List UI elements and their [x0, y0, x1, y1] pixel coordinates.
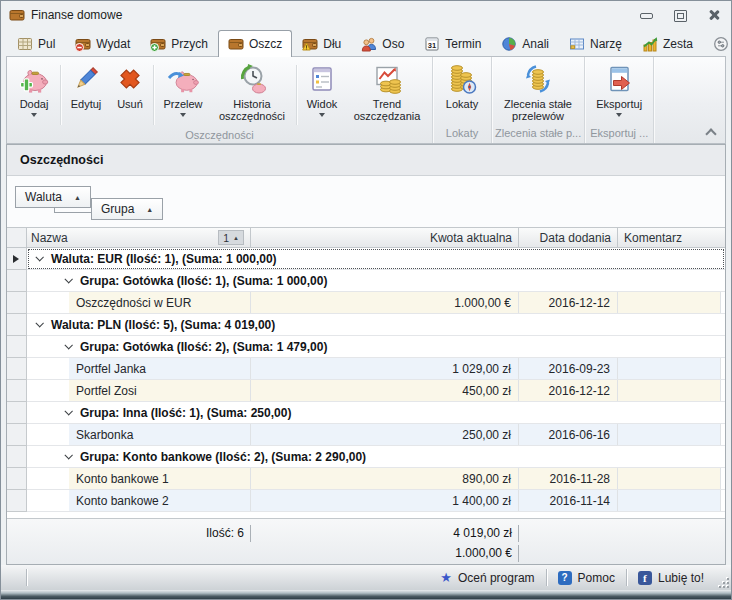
view-list-icon — [306, 63, 338, 95]
row-selector-cell[interactable] — [7, 446, 27, 468]
cell-date: 2016-11-14 — [519, 490, 618, 511]
status-bar: ★ Oceń program ? Pomoc f Lubię to! — [1, 565, 731, 590]
app-wallet-icon — [9, 7, 25, 23]
collapse-chevron-icon[interactable] — [35, 253, 43, 261]
collapse-chevron-icon[interactable] — [64, 451, 72, 459]
cell-date: 2016-12-12 — [519, 380, 618, 401]
sort-order-badge[interactable]: 1 ▲ — [218, 230, 244, 245]
ribbon-group-caption: Eksportuj ... — [585, 126, 653, 143]
minimize-button[interactable] — [639, 9, 653, 21]
close-button[interactable] — [707, 9, 721, 21]
piggy-transfer-icon — [167, 63, 199, 95]
dropdown-arrow-icon — [31, 113, 37, 117]
collapse-chevron-icon[interactable] — [64, 275, 72, 283]
tab-wydat[interactable]: Wydat — [65, 32, 140, 56]
ribbon: Dodaj Edytuj — [6, 56, 726, 144]
window-title: Finanse domowe — [31, 8, 633, 22]
cell-amount: 250,00 zł — [251, 424, 519, 445]
collapse-chevron-icon[interactable] — [64, 341, 72, 349]
ribbon-separator — [296, 65, 297, 125]
transfer-button[interactable]: Przelew — [156, 62, 210, 117]
tab-oszcz[interactable]: Oszcz — [218, 30, 292, 57]
sort-asc-icon: ▲ — [74, 194, 81, 201]
table-row[interactable]: Konto bankowe 1 890,00 zł 2016-11-28 — [7, 468, 725, 490]
row-selector-cell[interactable] — [7, 490, 27, 512]
cell-comment — [618, 468, 721, 489]
group-chip-waluta[interactable]: Waluta ▲ — [15, 186, 91, 208]
tab-dlu[interactable]: Dłu — [292, 32, 351, 56]
cell-name: Portfel Zosi — [69, 380, 251, 401]
column-header-komentarz[interactable]: Komentarz — [618, 228, 725, 247]
row-selector-cell[interactable] — [7, 358, 27, 380]
tab-anali[interactable]: Anali — [491, 32, 559, 56]
savings-history-button[interactable]: Historia oszczędności — [210, 62, 294, 122]
row-selector-cell[interactable] — [7, 380, 27, 402]
svg-text:31: 31 — [428, 41, 436, 50]
ribbon-group-caption: Lokaty — [433, 126, 491, 143]
tab-pul[interactable]: Pul — [7, 32, 65, 56]
view-button[interactable]: Widok — [299, 62, 345, 117]
add-button[interactable]: Dodaj — [10, 62, 58, 117]
edit-button[interactable]: Edytuj — [63, 62, 109, 110]
tab-przych[interactable]: Przych — [140, 32, 218, 56]
group-row-category[interactable]: Grupa: Gotówka (Ilość: 1), (Suma: 1 000,… — [7, 270, 725, 292]
collapse-chevron-icon[interactable] — [64, 407, 72, 415]
tab-oso[interactable]: Oso — [351, 32, 414, 56]
ribbon-group-lokaty: Lokaty Lokaty — [433, 57, 492, 143]
tab-opc[interactable]: Opc — [703, 32, 732, 56]
tab-termin[interactable]: 31 Termin — [414, 32, 491, 56]
table-row[interactable]: Konto bankowe 2 1 400,00 zł 2016-11-14 — [7, 490, 725, 512]
column-header-nazwa[interactable]: Nazwa 1 ▲ — [27, 228, 251, 247]
dropdown-arrow-icon — [319, 113, 325, 117]
group-row-category[interactable]: Grupa: Gotówka (Ilość: 2), (Suma: 1 479,… — [7, 336, 725, 358]
group-row-currency-pln[interactable]: Waluta: PLN (Ilość: 5), (Suma: 4 019,00) — [7, 314, 725, 336]
deposits-button[interactable]: Lokaty — [436, 62, 488, 110]
maximize-button[interactable] — [673, 9, 687, 21]
delete-button[interactable]: Usuń — [109, 62, 151, 110]
app-window: Finanse domowe Pul Wydat Przych — [0, 0, 732, 600]
tab-zesta[interactable]: Zesta — [632, 32, 703, 56]
row-selector-cell[interactable] — [7, 248, 27, 270]
ribbon-separator — [153, 65, 154, 125]
ribbon-tab-strip: Pul Wydat Przych Oszcz Dłu — [1, 28, 731, 56]
row-selector-cell[interactable] — [7, 468, 27, 490]
ribbon-group-zlecenia: Zlecenia stałe przelewów Zlecenia stałe … — [492, 57, 585, 143]
table-row[interactable]: Portfel Janka 1 029,00 zł 2016-09-23 — [7, 358, 725, 380]
cell-amount: 1.000,00 € — [251, 292, 519, 313]
tab-narze[interactable]: Narzę — [559, 32, 632, 56]
standing-orders-icon — [522, 63, 554, 95]
group-chip-grupa[interactable]: Grupa ▲ — [91, 198, 163, 220]
piggy-add-icon — [18, 63, 50, 95]
row-selector-cell[interactable] — [7, 402, 27, 424]
group-row-currency-eur[interactable]: Waluta: EUR (Ilość: 1), (Suma: 1 000,00) — [7, 248, 725, 270]
row-selector-cell[interactable] — [7, 336, 27, 358]
rate-program-link[interactable]: ★ Oceń program — [429, 570, 545, 585]
row-selector-cell[interactable] — [7, 314, 27, 336]
group-row-category[interactable]: Grupa: Konto bankowe (Ilość: 2), (Suma: … — [7, 446, 725, 468]
export-icon — [603, 63, 635, 95]
table-header-row: Nazwa 1 ▲ Kwota aktualna Data dodania Ko… — [7, 227, 725, 248]
help-link[interactable]: ? Pomoc — [547, 571, 626, 585]
group-row-category[interactable]: Grupa: Inna (Ilość: 1), (Suma: 250,00) — [7, 402, 725, 424]
standing-orders-button[interactable]: Zlecenia stałe przelewów — [495, 62, 581, 122]
row-selector-cell[interactable] — [7, 292, 27, 314]
row-right-spacer — [721, 490, 725, 512]
table-row[interactable]: Portfel Zosi 450,00 zł 2016-12-12 — [7, 380, 725, 402]
table-row[interactable]: Skarbonka 250,00 zł 2016-06-16 — [7, 424, 725, 446]
column-header-data[interactable]: Data dodania — [519, 228, 618, 247]
export-button[interactable]: Eksportuj — [588, 62, 650, 117]
pencil-icon — [70, 63, 102, 95]
collapse-ribbon-icon[interactable] — [705, 128, 716, 139]
row-right-spacer — [721, 424, 725, 446]
row-selector-cell[interactable] — [7, 424, 27, 446]
row-selector-cell[interactable] — [7, 270, 27, 292]
facebook-like-link[interactable]: f Lubię to! — [627, 571, 715, 585]
savings-trend-button[interactable]: Trend oszczędzania — [345, 62, 429, 122]
history-clock-icon — [236, 63, 268, 95]
table-row[interactable]: Oszczędności w EUR 1.000,00 € 2016-12-12 — [7, 292, 725, 314]
wallet-plus-icon — [150, 36, 166, 52]
deposits-coins-icon — [446, 63, 478, 95]
column-header-kwota[interactable]: Kwota aktualna — [251, 228, 519, 247]
collapse-chevron-icon[interactable] — [35, 319, 43, 327]
resize-grip[interactable] — [717, 576, 729, 588]
